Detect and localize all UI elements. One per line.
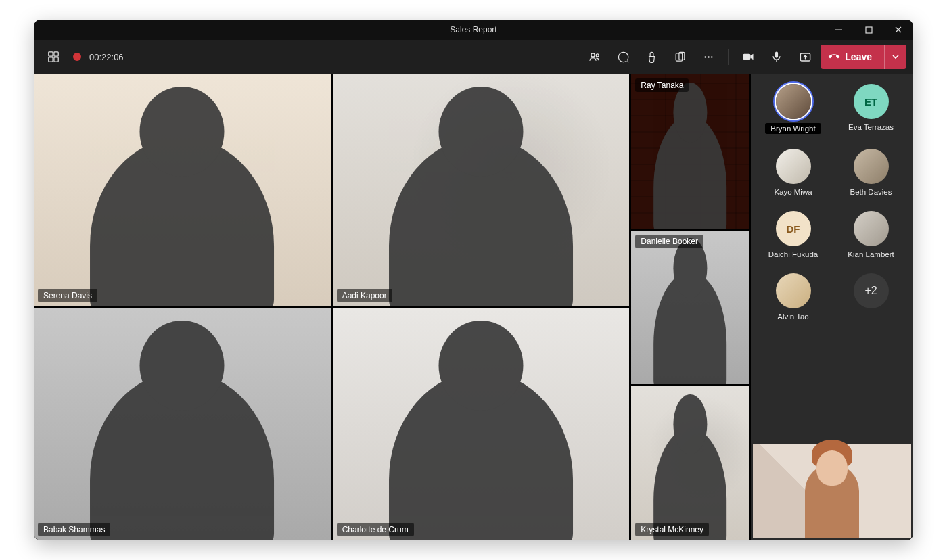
avatar-more: +2 [854,273,889,308]
mic-button[interactable] [764,44,789,70]
participant-name: Serena Davis [38,289,97,302]
more-button[interactable] [695,44,721,70]
hangup-icon [827,49,842,65]
avatar-initials: DF [787,223,800,235]
avatar [854,149,889,184]
overflow-count: +2 [864,285,877,297]
avatar [776,273,811,308]
video-tile[interactable]: Aadi Kapoor [333,74,630,306]
overflow-participant[interactable]: ET Eva Terrazas [835,84,906,134]
chat-button[interactable] [610,44,636,70]
meeting-toolbar: 00:22:06 [34,40,913,74]
self-video-preview[interactable] [753,444,911,538]
video-tile[interactable]: Serena Davis [34,74,331,306]
people-button[interactable] [582,44,607,70]
window-title: Sales Report [450,25,496,34]
leave-button[interactable]: Leave [821,45,906,69]
app-window: Sales Report 00:22:06 [34,20,913,540]
video-tile[interactable]: Charlotte de Crum [333,308,630,540]
video-tile[interactable]: Danielle Booker [631,231,749,385]
participant-name: Kayo Miwa [774,188,812,196]
participant-name: Charlotte de Crum [337,523,414,536]
svg-point-9 [704,56,706,58]
participant-name: Eva Terrazas [848,123,894,131]
elapsed-time: 00:22:06 [89,52,124,62]
overflow-participant[interactable]: Kian Lambert [835,211,906,258]
participant-name: Beth Davies [850,188,892,196]
avatar [854,211,889,246]
svg-rect-3 [49,57,53,62]
recording-icon [73,53,81,61]
overflow-participant[interactable]: Bryan Wright [758,84,829,134]
svg-rect-13 [775,52,778,58]
maximize-button[interactable] [854,20,883,40]
share-button[interactable] [792,44,818,70]
chevron-down-icon [892,53,900,61]
svg-rect-1 [49,52,53,56]
close-button[interactable] [883,20,913,40]
video-tile[interactable]: Babak Shammas [34,308,331,540]
title-bar: Sales Report [34,20,913,40]
svg-point-5 [591,53,595,57]
participant-name: Danielle Booker [635,235,703,248]
video-tile[interactable]: Ray Tanaka [631,74,749,229]
overflow-participants-panel: Bryan Wright ET Eva Terrazas Kayo Miwa B… [749,74,913,540]
leave-dropdown[interactable] [884,45,906,69]
video-tile[interactable]: Krystal McKinney [631,386,749,540]
svg-rect-4 [54,57,58,62]
toolbar-divider [728,49,729,65]
overflow-participant[interactable]: Kayo Miwa [758,149,829,196]
overflow-participant[interactable]: DF Daichi Fukuda [758,211,829,258]
avatar [776,149,811,184]
overflow-avatar-grid: Bryan Wright ET Eva Terrazas Kayo Miwa B… [751,74,913,444]
svg-point-6 [596,54,599,57]
overflow-participant[interactable]: Alvin Tao [758,273,829,321]
rooms-button[interactable] [667,44,693,70]
participant-name: Kian Lambert [848,250,894,258]
avatar [776,84,811,119]
leave-label: Leave [845,51,872,62]
participant-name: Daichi Fukuda [768,250,818,258]
window-controls [824,20,913,40]
reactions-button[interactable] [639,44,664,70]
camera-button[interactable] [735,44,761,70]
svg-rect-2 [54,52,58,56]
svg-point-11 [711,56,713,58]
overflow-more-button[interactable]: +2 [835,273,906,321]
participant-name: Alvin Tao [777,312,808,321]
svg-rect-0 [866,27,872,33]
participant-name: Krystal McKinney [635,523,709,536]
participant-name: Babak Shammas [38,523,110,536]
layout-grid-button[interactable] [41,44,66,70]
svg-point-10 [708,56,710,58]
participant-name: Aadi Kapoor [337,289,392,302]
participant-name: Ray Tanaka [635,78,689,92]
avatar-initials: ET [864,96,877,108]
avatar: ET [854,84,889,119]
minimize-button[interactable] [824,20,854,40]
video-grid: Serena Davis Aadi Kapoor Ray Tanaka Dani… [34,74,749,540]
svg-rect-12 [743,54,751,60]
overflow-participant[interactable]: Beth Davies [835,149,906,196]
participant-name: Bryan Wright [765,123,821,134]
avatar: DF [776,211,811,246]
meeting-stage: Serena Davis Aadi Kapoor Ray Tanaka Dani… [34,74,913,540]
